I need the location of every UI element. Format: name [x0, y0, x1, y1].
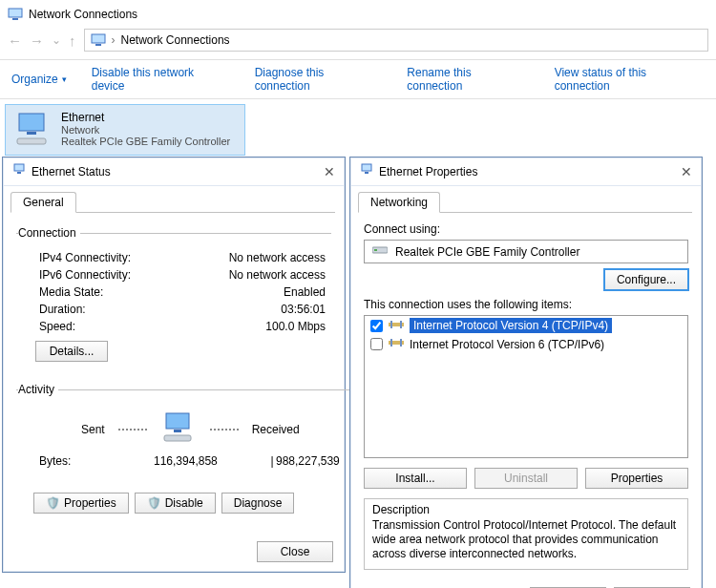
- nav-back-icon[interactable]: ←: [8, 32, 22, 49]
- connection-item-text: Ethernet Network Realtek PCIe GBE Family…: [61, 111, 230, 149]
- description-heading: Description: [372, 503, 680, 516]
- protocol-item[interactable]: Internet Protocol Version 6 (TCP/IPv6): [365, 335, 687, 353]
- dialog-title: Ethernet Status: [32, 165, 111, 178]
- protocol-checkbox[interactable]: [370, 320, 383, 332]
- network-icon: [360, 163, 373, 179]
- svg-rect-20: [390, 339, 392, 346]
- breadcrumb-sep: ›: [112, 33, 116, 47]
- control-panel-icon: [91, 33, 106, 47]
- install-button[interactable]: Install...: [364, 468, 467, 489]
- connection-name: Ethernet: [61, 111, 230, 124]
- protocol-icon: [389, 337, 404, 351]
- bytes-label: Bytes:: [39, 454, 154, 468]
- svg-rect-0: [9, 9, 22, 17]
- svg-rect-11: [164, 435, 191, 441]
- properties-tabs: Networking: [350, 186, 702, 213]
- activity-icon: [160, 411, 197, 447]
- activity-group-label: Activity: [18, 383, 58, 396]
- adapter-name: Realtek PCIe GBE Family Controller: [395, 245, 579, 259]
- protocol-checkbox[interactable]: [370, 338, 383, 350]
- rename-button[interactable]: Rename this connection: [407, 66, 529, 93]
- ipv6-value: No network access: [229, 268, 326, 282]
- svg-rect-12: [362, 164, 371, 171]
- svg-rect-6: [17, 138, 46, 144]
- duration-value: 03:56:01: [281, 303, 326, 316]
- svg-rect-7: [14, 164, 24, 171]
- protocol-listbox[interactable]: Internet Protocol Version 4 (TCP/IPv4)In…: [364, 315, 688, 458]
- svg-rect-5: [27, 132, 36, 135]
- speed-value: 100.0 Mbps: [265, 320, 326, 333]
- bytes-sent-value: 116,394,858: [154, 454, 268, 468]
- ethernet-status-dialog: Ethernet Status ✕ General Connection IPv…: [2, 157, 346, 573]
- view-status-button[interactable]: View status of this connection: [555, 66, 705, 93]
- protocol-label: Internet Protocol Version 6 (TCP/IPv6): [410, 338, 604, 351]
- address-bar[interactable]: › Network Connections: [84, 29, 709, 52]
- protocol-item[interactable]: Internet Protocol Version 4 (TCP/IPv4): [365, 316, 687, 335]
- shield-icon: 🛡️: [147, 496, 161, 510]
- protocol-icon: [389, 319, 404, 333]
- sent-label: Sent: [81, 423, 105, 436]
- organize-label: Organize: [11, 73, 58, 86]
- activity-line-left: [118, 429, 147, 430]
- items-label: This connection uses the following items…: [364, 298, 688, 311]
- configure-button[interactable]: Configure...: [604, 269, 688, 290]
- window-title: Network Connections: [29, 8, 137, 21]
- close-button[interactable]: Close: [257, 541, 333, 562]
- toolbar: Organize ▾ Disable this network device D…: [0, 60, 716, 99]
- explorer-header: Network Connections ← → ⌄ ↑ › Network Co…: [0, 0, 716, 60]
- close-icon[interactable]: ✕: [681, 164, 692, 179]
- adapter-field[interactable]: Realtek PCIe GBE Family Controller: [364, 240, 688, 263]
- svg-rect-3: [95, 44, 101, 46]
- svg-rect-9: [166, 413, 189, 429]
- close-icon[interactable]: ✕: [324, 164, 335, 179]
- organize-menu[interactable]: Organize ▾: [11, 73, 67, 86]
- diagnose-button[interactable]: Diagnose this connection: [255, 66, 383, 93]
- tab-networking[interactable]: Networking: [358, 192, 440, 213]
- disable-label: Disable: [165, 496, 203, 510]
- disable-device-button[interactable]: Disable this network device: [92, 66, 230, 93]
- control-panel-icon: [8, 8, 23, 21]
- svg-rect-18: [400, 321, 402, 328]
- activity-group: Activity Sent Received Bytes: 116,394,85…: [16, 383, 365, 477]
- speed-label: Speed:: [39, 320, 75, 333]
- disable-button[interactable]: 🛡️ Disable: [135, 493, 216, 514]
- description-group: Description Transmission Control Protoco…: [364, 498, 688, 570]
- received-label: Received: [252, 423, 300, 436]
- svg-rect-8: [17, 172, 21, 174]
- ethernet-icon: [13, 111, 52, 149]
- svg-rect-10: [174, 430, 181, 432]
- description-text: Transmission Control Protocol/Internet P…: [372, 518, 680, 561]
- adapter-icon: [372, 244, 388, 259]
- bytes-received-value: 988,227,539: [276, 454, 359, 468]
- media-value: Enabled: [284, 285, 326, 299]
- tab-general[interactable]: General: [11, 192, 76, 213]
- status-tabs: General: [3, 186, 345, 213]
- ipv4-label: IPv4 Connectivity:: [39, 251, 131, 264]
- breadcrumb[interactable]: Network Connections: [121, 33, 230, 47]
- ethernet-properties-dialog: Ethernet Properties ✕ Networking Connect…: [349, 157, 703, 588]
- protocol-label: Internet Protocol Version 4 (TCP/IPv4): [410, 318, 612, 333]
- dialog-title: Ethernet Properties: [379, 165, 477, 178]
- svg-rect-15: [374, 249, 377, 251]
- shield-icon: 🛡️: [46, 496, 60, 510]
- connection-adapter: Realtek PCIe GBE Family Controller: [61, 136, 230, 147]
- diagnose-button[interactable]: Diagnose: [221, 493, 295, 514]
- connection-group: Connection IPv4 Connectivity:No network …: [16, 226, 331, 369]
- svg-rect-13: [365, 172, 369, 174]
- connection-item-ethernet[interactable]: Ethernet Network Realtek PCIe GBE Family…: [6, 105, 244, 155]
- nav-up-icon[interactable]: ↑: [69, 32, 76, 49]
- ipv6-label: IPv6 Connectivity:: [39, 268, 131, 282]
- nav-recent-dropdown[interactable]: ⌄: [52, 33, 61, 47]
- svg-rect-17: [390, 321, 392, 328]
- svg-rect-2: [92, 34, 105, 43]
- duration-label: Duration:: [39, 303, 86, 316]
- activity-line-right: [210, 429, 239, 430]
- connect-using-label: Connect using:: [364, 222, 688, 236]
- ipv4-value: No network access: [229, 251, 326, 264]
- nav-forward-icon[interactable]: →: [30, 32, 44, 49]
- chevron-down-icon: ▾: [62, 74, 67, 84]
- protocol-properties-button[interactable]: Properties: [585, 468, 688, 489]
- details-button[interactable]: Details...: [35, 341, 108, 362]
- uninstall-button[interactable]: Uninstall: [474, 468, 578, 489]
- properties-button[interactable]: 🛡️ Properties: [33, 493, 129, 514]
